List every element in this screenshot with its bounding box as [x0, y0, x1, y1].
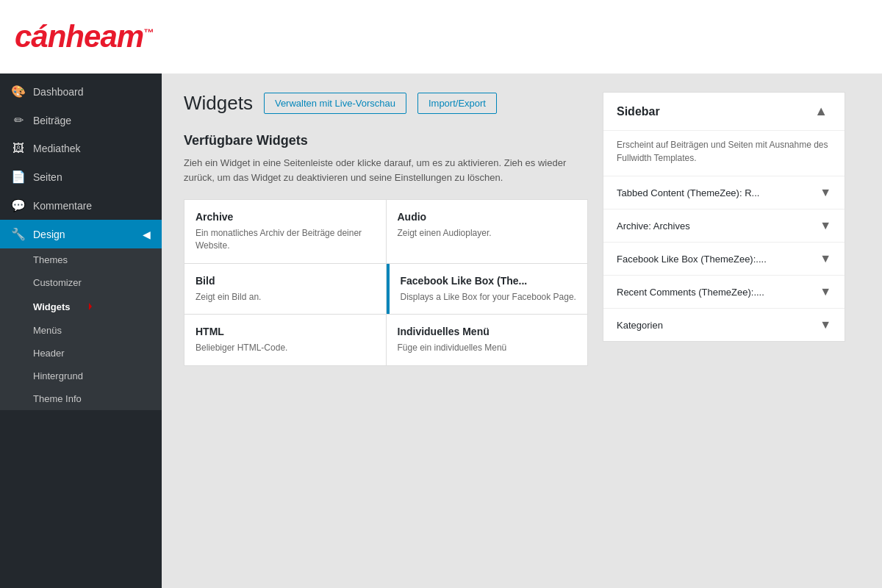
widget-bild-desc: Zeigt ein Bild an. [196, 291, 375, 304]
main-layout: 🎨 Dashboard ✏ Beiträge 🖼 Mediathek 📄 Sei… [0, 74, 882, 588]
widget-archive-desc: Ein monatliches Archiv der Beiträge dein… [196, 227, 375, 252]
sidebar-collapse-button[interactable]: ▲ [811, 104, 831, 119]
widget-facebook-like[interactable]: Facebook Like Box (The... Displays a Lik… [387, 264, 588, 315]
submenu-customizer[interactable]: Customizer [0, 271, 162, 294]
chevron-down-icon: ▼ [820, 219, 831, 232]
chevron-down-icon: ▼ [820, 186, 831, 199]
widget-archive-title: Archive [196, 211, 375, 223]
sidebar-item-dashboard[interactable]: 🎨 Dashboard [0, 77, 162, 106]
widget-list-tabbed-content[interactable]: Tabbed Content (ThemeZee): R... ▼ [603, 176, 845, 209]
widget-individuelles-menu-desc: Füge ein individuelles Menü [398, 342, 577, 354]
widget-individuelles-menu-title: Individuelles Menü [398, 326, 577, 337]
sidebar-item-beitraege[interactable]: ✏ Beiträge [0, 106, 162, 135]
widget-list-label: Archive: Archives [617, 220, 690, 232]
seiten-icon: 📄 [11, 170, 26, 184]
kommentare-icon: 💬 [11, 198, 26, 212]
submenu-widgets[interactable]: Widgets [0, 294, 162, 319]
sidebar-item-mediathek[interactable]: 🖼 Mediathek [0, 135, 162, 162]
sidebar-item-seiten[interactable]: 📄 Seiten [0, 162, 162, 191]
submenu-theme-info[interactable]: Theme Info [0, 387, 162, 410]
page-title: Widgets [184, 92, 253, 115]
sidebar-item-label: Design [33, 229, 65, 240]
chevron-down-icon: ▼ [820, 285, 831, 298]
mediathek-icon: 🖼 [11, 142, 26, 155]
right-panel: Sidebar ▲ Erscheint auf Beiträgen und Se… [588, 92, 860, 366]
widget-bild[interactable]: Bild Zeigt ein Bild an. [184, 264, 386, 315]
svg-marker-0 [76, 303, 92, 310]
beitraege-icon: ✏ [11, 113, 26, 127]
widget-html[interactable]: HTML Beliebiger HTML-Code. [184, 315, 386, 365]
widget-list-kategorien[interactable]: Kategorien ▼ [603, 309, 845, 341]
page-header: Widgets Verwalten mit Live-Vorschau Impo… [184, 92, 588, 115]
chevron-down-icon: ▼ [820, 252, 831, 265]
available-widgets-section: Verfügbare Widgets Zieh ein Widget in ei… [184, 133, 588, 366]
logo-tm: ™ [143, 26, 153, 38]
sidebar-panel-header: Sidebar ▲ [603, 93, 845, 131]
sidebar: 🎨 Dashboard ✏ Beiträge 🖼 Mediathek 📄 Sei… [0, 74, 162, 588]
live-preview-button[interactable]: Verwalten mit Live-Vorschau [264, 93, 406, 114]
import-export-button[interactable]: Import/Export [417, 93, 497, 114]
widget-individuelles-menu[interactable]: Individuelles Menü Füge ein individuelle… [387, 315, 588, 365]
sidebar-widget-panel: Sidebar ▲ Erscheint auf Beiträgen und Se… [603, 92, 845, 342]
sidebar-item-label: Dashboard [33, 86, 84, 98]
logo: cánheam™ [15, 19, 153, 54]
sidebar-item-kommentare[interactable]: 💬 Kommentare [0, 191, 162, 220]
sidebar-item-design[interactable]: 🔧 Design ◀ [0, 220, 162, 248]
widget-audio-desc: Zeigt einen Audioplayer. [398, 227, 577, 240]
widget-list-label: Recent Comments (ThemeZee):.... [617, 287, 764, 298]
widget-audio-title: Audio [398, 211, 577, 223]
design-submenu: Themes Customizer Widgets Menüs Header H… [0, 248, 162, 410]
widget-list-archive[interactable]: Archive: Archives ▼ [603, 209, 845, 243]
sidebar-item-label: Kommentare [33, 200, 92, 212]
design-icon: 🔧 [11, 227, 26, 241]
widget-archive[interactable]: Archive Ein monatliches Archiv der Beitr… [184, 200, 386, 263]
sidebar-panel-title: Sidebar [617, 105, 660, 118]
widget-html-title: HTML [196, 326, 375, 337]
widgets-arrow-icon [76, 300, 92, 313]
widgets-grid: Archive Ein monatliches Archiv der Beitr… [184, 199, 588, 366]
submenu-header[interactable]: Header [0, 342, 162, 365]
logo-text: cánheam [15, 19, 143, 54]
sidebar-item-label: Mediathek [33, 143, 81, 154]
left-content: Widgets Verwalten mit Live-Vorschau Impo… [184, 92, 588, 366]
widget-list-label: Kategorien [617, 320, 663, 331]
widget-list-label: Facebook Like Box (ThemeZee):.... [617, 254, 767, 265]
widget-html-desc: Beliebiger HTML-Code. [196, 342, 375, 354]
widget-audio[interactable]: Audio Zeigt einen Audioplayer. [387, 200, 588, 263]
content-area: Widgets Verwalten mit Live-Vorschau Impo… [162, 74, 882, 588]
submenu-menus[interactable]: Menüs [0, 319, 162, 342]
widget-facebook-like-desc: Displays a Like Box for your Facebook Pa… [401, 291, 577, 304]
content-wrapper: Widgets Verwalten mit Live-Vorschau Impo… [184, 92, 860, 366]
widget-facebook-like-title: Facebook Like Box (The... [401, 275, 577, 287]
widgets-label: Widgets [33, 301, 70, 312]
dashboard-icon: 🎨 [11, 85, 26, 98]
submenu-hintergrund[interactable]: Hintergrund [0, 365, 162, 387]
sidebar-panel-description: Erscheint auf Beiträgen und Seiten mit A… [603, 131, 845, 176]
top-bar: cánheam™ [0, 0, 882, 74]
widget-list-recent-comments[interactable]: Recent Comments (ThemeZee):.... ▼ [603, 276, 845, 309]
widget-list-label: Tabbed Content (ThemeZee): R... [617, 187, 759, 198]
widget-bild-title: Bild [196, 275, 375, 287]
submenu-themes[interactable]: Themes [0, 248, 162, 271]
chevron-down-icon: ▼ [820, 318, 831, 331]
available-widgets-description: Zieh ein Widget in eine Seitenleiste ode… [184, 156, 588, 184]
design-arrow-icon: ◀ [143, 229, 151, 240]
widget-list-facebook-like-box[interactable]: Facebook Like Box (ThemeZee):.... ▼ [603, 243, 845, 276]
available-widgets-title: Verfügbare Widgets [184, 133, 588, 148]
sidebar-item-label: Beiträge [33, 115, 71, 126]
sidebar-item-label: Seiten [33, 171, 62, 183]
